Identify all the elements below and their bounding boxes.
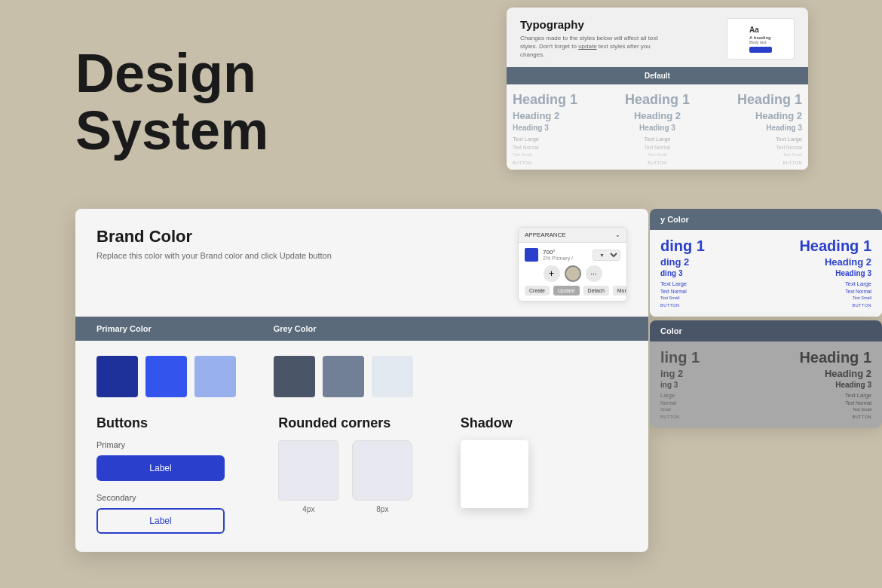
swatch-light-blue (194, 356, 236, 397)
typo-col-2: Heading 1 Heading 2 Heading 3 Text Large… (610, 92, 704, 165)
primary-color-label: Primary Color (96, 324, 274, 333)
appearance-top-bar: APPEARANCE ⌄ (519, 228, 626, 243)
typo-text-sm-2: Text Small (648, 152, 666, 157)
rounded-8px-box (352, 440, 412, 501)
typo-btn-1: BUTTON (513, 161, 532, 165)
appearance-color-value: 700° (543, 249, 573, 256)
typo-text-nm-3: Text Normal (776, 145, 802, 150)
appearance-body: 700° 2% Primary / ▼ + ··· Create Update … (519, 243, 626, 301)
chevron-down-icon[interactable]: ⌄ (615, 231, 620, 238)
brand-panel-header-text: y Color (660, 215, 689, 224)
typography-description: Changes made to the styles below will af… (520, 34, 671, 60)
brand-panel-h1-right: Heading 1 (799, 237, 871, 255)
buttons-title: Buttons (96, 415, 263, 431)
grey-panel-h1-right: Heading 1 (799, 349, 871, 366)
primary-label: Primary (96, 440, 263, 449)
main-title-line2: System (75, 103, 268, 160)
appearance-color-name: 2% Primary / (543, 256, 573, 261)
typo-text-lg-2: Text Large (644, 136, 670, 142)
typography-columns: Heading 1 Heading 2 Heading 3 Text Large… (507, 84, 808, 170)
grey-panel-h3-left: ing 3 (660, 381, 764, 389)
typo-h1-1: Heading 1 (513, 92, 577, 108)
appearance-more-icon[interactable]: ··· (586, 265, 602, 282)
brand-color-panel: y Color ding 1 ding 2 ding 3 Text Large … (650, 209, 882, 317)
grey-swatch-group (274, 356, 451, 397)
grey-panel-header: Color (650, 320, 882, 341)
grey-color-label: Grey Color (274, 324, 451, 333)
swatch-dark-grey (274, 356, 315, 397)
typo-text-sm-1: Text Small (513, 152, 531, 157)
swatch-grey (323, 356, 364, 397)
brand-panel-h3-left: ding 3 (660, 269, 764, 277)
secondary-button-demo[interactable]: Label (96, 508, 225, 534)
grey-panel-h1-left: ling 1 (660, 349, 764, 366)
color-section-header: Primary Color Grey Color (75, 317, 648, 341)
typography-section-default: Default (507, 67, 808, 84)
primary-button-demo[interactable]: Label (96, 455, 225, 481)
typo-col-1: Heading 1 Heading 2 Heading 3 Text Large… (513, 92, 607, 165)
brand-panel-h2-right: Heading 2 (825, 256, 871, 268)
appearance-circle-row: + ··· (525, 265, 620, 282)
bottom-sections: Buttons Primary Label Secondary Label Ro… (75, 415, 648, 552)
typo-text-lg-3: Text Large (776, 136, 802, 142)
update-button[interactable]: Update (553, 286, 580, 296)
brand-top-section: Brand Color Replace this color with your… (75, 209, 648, 302)
appearance-dropdown[interactable]: ▼ (593, 250, 620, 261)
grey-panel-col-left: ling 1 ing 2 ing 3 Large Normal Small BU… (660, 349, 764, 419)
rounded-4px-group: 4px (278, 440, 338, 513)
grey-color-panel: Color ling 1 ing 2 ing 3 Large Normal Sm… (650, 320, 882, 428)
rounded-8px-label: 8px (376, 505, 388, 513)
typography-card: Typography Changes made to the styles be… (507, 8, 808, 170)
buttons-section: Buttons Primary Label Secondary Label (96, 415, 263, 534)
shadow-title: Shadow (461, 415, 627, 431)
rounded-4px-box (278, 440, 338, 501)
typo-text-nm-1: Text Normal (513, 145, 539, 150)
brand-title: Brand Color (96, 227, 332, 247)
grey-panel-h3-right: Heading 3 (835, 381, 871, 389)
brand-panel-header: y Color (650, 209, 882, 230)
typo-h3-3: Heading 3 (766, 124, 802, 132)
typo-h2-1: Heading 2 (513, 110, 559, 121)
typo-h1-3: Heading 1 (737, 92, 802, 108)
brand-panel-h3-right: Heading 3 (835, 269, 871, 277)
grey-panel-h2-right: Heading 2 (825, 368, 871, 379)
appearance-circle (565, 265, 581, 282)
appearance-add-icon[interactable]: + (544, 265, 560, 282)
shadow-box-demo (461, 440, 528, 508)
secondary-label: Secondary (96, 493, 263, 502)
typo-h3-1: Heading 3 (513, 124, 549, 132)
brand-panel-h2-left: ding 2 (660, 256, 764, 268)
shadow-section: Shadow (461, 415, 627, 508)
grey-panel-col-right: Heading 1 Heading 2 Heading 3 Text Large… (767, 349, 871, 419)
main-title: Design System (75, 45, 268, 159)
brand-panel-col-right: Heading 1 Heading 2 Heading 3 Text Large… (767, 237, 871, 308)
detach-button[interactable]: Detach (583, 286, 609, 296)
appearance-actions: Create Update Detach More (525, 286, 620, 296)
typo-h2-2: Heading 2 (634, 110, 681, 121)
typo-h1-2: Heading 1 (625, 92, 690, 108)
typo-text-nm-2: Text Normal (645, 145, 671, 150)
swatch-light-grey (372, 356, 413, 397)
rounded-corners-section: Rounded corners 4px 8px (278, 415, 445, 513)
more-button[interactable]: More (613, 286, 627, 296)
typo-col-3: Heading 1 Heading 2 Heading 3 Text Large… (708, 92, 802, 165)
grey-panel-body: ling 1 ing 2 ing 3 Large Normal Small BU… (650, 341, 882, 428)
typo-h3-2: Heading 3 (639, 124, 675, 132)
rounded-boxes: 4px 8px (278, 440, 445, 513)
typography-preview-box: Aa A heading Body text (727, 18, 795, 60)
color-swatch-blue (525, 248, 538, 262)
brand-panel-body: ding 1 ding 2 ding 3 Text Large Text Nor… (650, 230, 882, 317)
appearance-label: APPEARANCE (525, 231, 566, 238)
typo-btn-3: BUTTON (782, 161, 802, 165)
typo-h2-3: Heading 2 (755, 110, 802, 121)
typography-title: Typography (520, 18, 671, 31)
rounded-4px-label: 4px (302, 505, 314, 513)
create-button[interactable]: Create (525, 286, 550, 296)
right-panels-container: y Color ding 1 ding 2 ding 3 Text Large … (650, 209, 882, 588)
grey-panel-header-text: Color (660, 326, 682, 335)
swatch-dark-blue (96, 356, 138, 397)
rounded-8px-group: 8px (352, 440, 412, 513)
appearance-popup: APPEARANCE ⌄ 700° 2% Primary / ▼ + (518, 227, 627, 302)
typo-text-sm-3: Text Small (783, 152, 802, 157)
brand-panel-h1-left: ding 1 (660, 237, 764, 255)
